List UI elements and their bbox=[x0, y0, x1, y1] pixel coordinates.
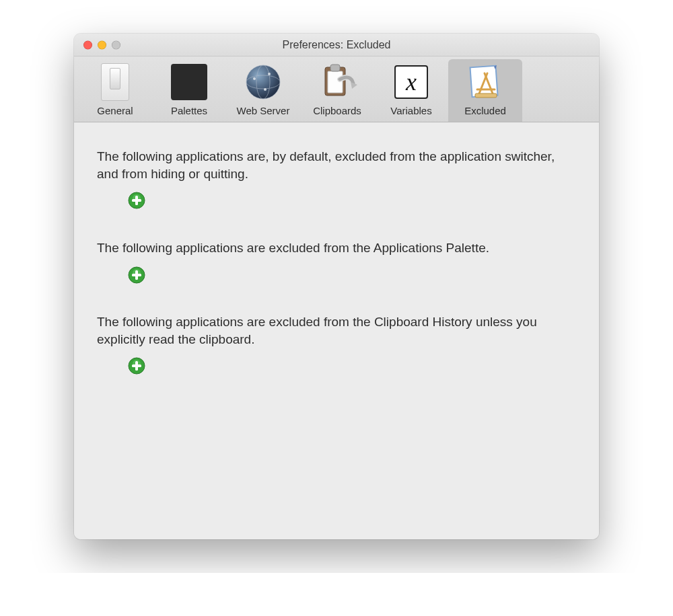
tab-web-server[interactable]: Web Server bbox=[226, 59, 300, 122]
section-description: The following applications are excluded … bbox=[97, 313, 576, 348]
section-clipboard: The following applications are excluded … bbox=[97, 313, 576, 379]
svg-rect-8 bbox=[328, 71, 343, 93]
svg-rect-21 bbox=[132, 274, 141, 276]
svg-rect-25 bbox=[132, 364, 141, 367]
tab-label: Palettes bbox=[171, 105, 207, 116]
titlebar[interactable]: Preferences: Excluded bbox=[74, 34, 599, 56]
svg-rect-17 bbox=[132, 199, 141, 202]
palette-icon bbox=[171, 63, 207, 101]
section-switcher: The following applications are, by defau… bbox=[97, 148, 576, 214]
svg-point-5 bbox=[268, 73, 271, 75]
svg-point-4 bbox=[253, 77, 256, 80]
variable-icon: x bbox=[394, 63, 428, 101]
tab-label: Excluded bbox=[464, 105, 506, 116]
tab-label: General bbox=[97, 105, 133, 116]
tab-label: Variables bbox=[390, 105, 431, 116]
tab-label: Web Server bbox=[237, 105, 290, 116]
application-icon bbox=[467, 63, 503, 101]
window-title: Preferences: Excluded bbox=[82, 39, 591, 51]
tab-clipboards[interactable]: Clipboards bbox=[300, 59, 374, 122]
clipboard-icon bbox=[317, 63, 357, 101]
section-description: The following applications are excluded … bbox=[97, 239, 576, 257]
tab-variables[interactable]: x Variables bbox=[374, 59, 448, 122]
maximize-icon bbox=[112, 40, 120, 49]
tab-excluded[interactable]: Excluded bbox=[448, 59, 522, 122]
traffic-lights bbox=[83, 40, 120, 49]
content-pane: The following applications are, by defau… bbox=[74, 122, 599, 539]
svg-rect-9 bbox=[330, 65, 340, 71]
preferences-window: Preferences: Excluded General Palettes bbox=[74, 34, 599, 539]
section-description: The following applications are, by defau… bbox=[97, 148, 576, 182]
close-icon[interactable] bbox=[83, 40, 92, 49]
svg-point-6 bbox=[264, 88, 267, 91]
minimize-icon[interactable] bbox=[98, 40, 106, 49]
tab-palettes[interactable]: Palettes bbox=[152, 59, 226, 122]
tab-label: Clipboards bbox=[313, 105, 361, 116]
section-palette: The following applications are excluded … bbox=[97, 239, 576, 288]
add-app-button[interactable] bbox=[128, 357, 145, 375]
switch-icon bbox=[101, 63, 129, 101]
add-app-button[interactable] bbox=[128, 192, 145, 209]
tab-general[interactable]: General bbox=[78, 59, 152, 122]
svg-rect-13 bbox=[475, 93, 497, 98]
globe-icon bbox=[245, 63, 281, 101]
toolbar: General Palettes bbox=[74, 56, 599, 122]
add-app-button[interactable] bbox=[128, 266, 145, 284]
